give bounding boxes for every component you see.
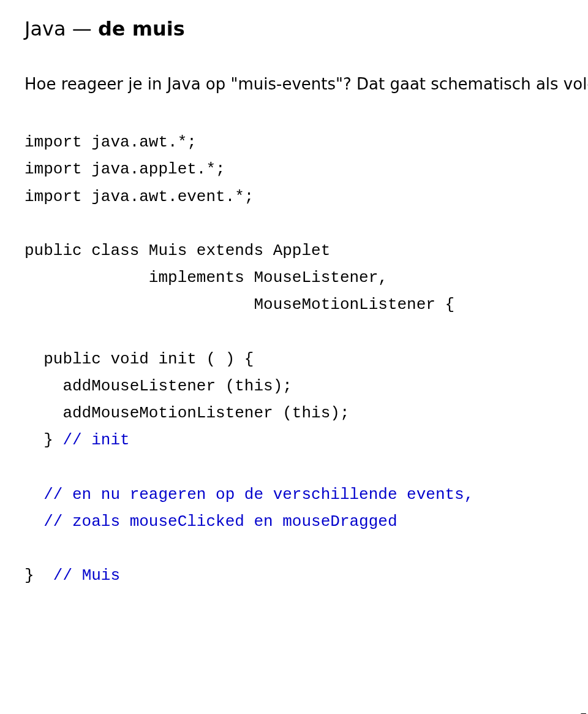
slide-title: Java — de muis <box>24 18 588 40</box>
page-number: 5 <box>579 711 588 714</box>
code-comment: // zoals mouseClicked en mouseDragged <box>24 512 398 531</box>
code-line: } <box>24 431 62 449</box>
code-comment: // Muis <box>43 566 120 585</box>
code-line: public class Muis extends Applet <box>24 241 330 260</box>
code-line: } <box>24 566 43 585</box>
code-line: import java.applet.*; <box>24 160 225 178</box>
code-line: implements MouseListener, <box>24 268 388 287</box>
code-line: public void init ( ) { <box>24 350 254 368</box>
title-prefix: Java — <box>24 17 98 40</box>
title-bold: de muis <box>98 17 185 40</box>
code-comment: // en nu reageren op de verschillende ev… <box>24 485 473 504</box>
code-line: addMouseListener (this); <box>24 377 292 395</box>
code-line: addMouseMotionListener (this); <box>24 404 350 422</box>
code-line: import java.awt.event.*; <box>24 188 254 206</box>
intro-paragraph: Hoe reageer je in Java op "muis-events"?… <box>24 74 588 95</box>
code-comment: // init <box>62 431 129 449</box>
code-line: MouseMotionListener { <box>24 295 454 314</box>
code-line: import java.awt.*; <box>24 133 197 151</box>
code-block: import java.awt.*; import java.applet.*;… <box>24 129 588 589</box>
